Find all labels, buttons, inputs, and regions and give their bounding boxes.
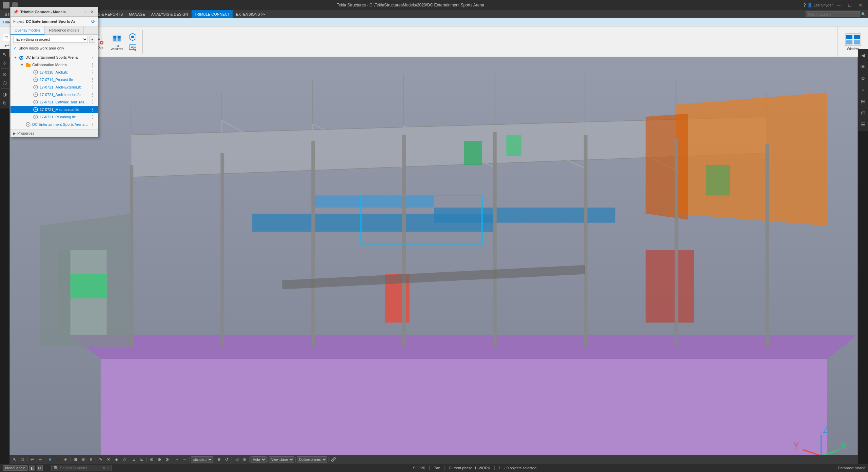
tree-expander-root[interactable]: ▼ (13, 56, 17, 59)
grid-btn-1[interactable]: ⊞ (72, 456, 79, 463)
tool-d[interactable]: ◇ (120, 456, 128, 463)
color-btn-dark[interactable]: ■ (54, 456, 61, 463)
tree-item-plumbing[interactable]: ▶ 17-0721_Plumbing.ifc ⋮ (11, 113, 98, 121)
tool-a[interactable]: ✎ (97, 456, 104, 463)
tree-menu-precast[interactable]: ⋮ (90, 77, 95, 82)
tree-item-root[interactable]: ▼ DC Entertainment Sports Arena ⋮ (11, 54, 98, 61)
settings-btn[interactable]: ⚙ (859, 74, 867, 83)
render-mode-select[interactable]: standard (191, 456, 213, 463)
maximize-button[interactable]: □ (845, 2, 854, 8)
panel-maximize-btn[interactable]: □ (81, 9, 87, 15)
search-clear-icon[interactable]: ✕ (102, 466, 105, 470)
tree-menu-plumbing[interactable]: ⋮ (90, 115, 95, 119)
color-btn-gray[interactable]: ■ (62, 456, 69, 463)
color-btn-blue[interactable]: ■ (46, 456, 54, 463)
tree-item-arch[interactable]: ▶ 17-0318_Arch.ifc ⋮ (11, 68, 98, 76)
model-origin-btn[interactable]: Model origin (3, 465, 28, 471)
minimize-button[interactable]: ─ (834, 2, 844, 8)
grid-btn-3[interactable]: ≡ (87, 456, 95, 463)
properties-section[interactable]: ▶ Properties (11, 130, 98, 137)
tree-menu-arch-int[interactable]: ⋮ (90, 92, 95, 97)
quick-launch-input[interactable] (806, 11, 860, 17)
close-button[interactable]: ✕ (856, 2, 865, 8)
ribbon-extra-1[interactable] (126, 32, 139, 41)
panel-minimize-btn[interactable]: ─ (73, 9, 79, 15)
select-tool[interactable]: ↖ (1, 50, 9, 58)
tool-f[interactable]: ⊾ (138, 456, 145, 463)
tree-menu-tekla[interactable]: ⋮ (90, 122, 95, 127)
rotate-tool[interactable]: ↻ (1, 99, 9, 107)
link-btn[interactable]: 🔗 (330, 456, 337, 463)
btm-tool-1[interactable]: □ (19, 456, 26, 463)
user-icon[interactable]: 👤 (807, 3, 812, 7)
quick-launch-search-icon[interactable]: 🔍 (861, 12, 866, 17)
search-filter-icon[interactable]: ≡ (107, 466, 109, 470)
undo-btn[interactable]: ↩ (28, 456, 36, 463)
tree-item-catwalk[interactable]: ▶ 17-0721_Catwalk_and_railings.ifc ⋮ Sho… (11, 98, 98, 106)
new-button[interactable]: □ (3, 34, 10, 41)
auto-select[interactable]: Auto (251, 456, 267, 463)
viewport[interactable]: X Y Z (9, 57, 858, 455)
undo-button[interactable]: ↩ (3, 42, 10, 50)
arrow-right[interactable]: → (173, 456, 181, 463)
tree-item-precast[interactable]: ▶ 17-0714_Precast.ifc ⋮ (11, 76, 98, 83)
filter-dropdown[interactable]: Everything in project (13, 36, 88, 43)
tree-menu-root[interactable]: ⋮ (90, 55, 95, 60)
menu-trimble-connect[interactable]: TRIMBLE CONNECT (192, 10, 233, 18)
filter-btn[interactable]: ≡ (859, 85, 867, 94)
tab-overlay-models[interactable]: Overlay models (11, 26, 45, 35)
extra-2[interactable]: ⊘ (241, 456, 248, 463)
collapse-panel-btn[interactable]: ◀ (859, 51, 867, 60)
tree-item-collab[interactable]: ▼ Collaboration Models ⋮ (11, 61, 98, 68)
ribbon-extra-2[interactable] (126, 42, 139, 52)
tree-menu-arch-ext[interactable]: ⋮ (90, 85, 95, 90)
model-origin-icon-1[interactable]: ◧ (29, 465, 35, 471)
tree-expander-collab[interactable]: ▼ (20, 63, 24, 67)
panel-pin-icon[interactable]: 📌 (13, 9, 18, 14)
compass-btn[interactable]: ⊚ (215, 456, 223, 463)
grid-btn-2[interactable]: ⊟ (79, 456, 87, 463)
extra-1[interactable]: ◁ (233, 456, 240, 463)
snap-tool[interactable]: ⊙ (1, 70, 9, 78)
help-icon[interactable]: ? (803, 2, 806, 8)
layers-btn[interactable]: ⊞ (859, 97, 867, 106)
pointer-tool[interactable]: ⊹ (1, 59, 9, 67)
tree-menu-collab[interactable]: ⋮ (90, 62, 95, 67)
tree-item-mechanical[interactable]: ▶ 17-0721_Mechanical.ifc ⋮ (11, 106, 98, 113)
search-input-status[interactable] (60, 466, 101, 470)
tree-menu-catwalk[interactable]: ⋮ (90, 100, 95, 104)
orbit-btn[interactable]: ↺ (223, 456, 231, 463)
tool-e[interactable]: ⊿ (130, 456, 138, 463)
ribbon-for-windows[interactable]: For Windows (108, 32, 126, 52)
tool-c[interactable]: ◈ (113, 456, 120, 463)
tree-item-arch-int[interactable]: ▶ 17-0721_Arch-Interior.ifc ⋮ (11, 91, 98, 98)
visibility-btn[interactable]: 👁 (859, 62, 867, 71)
select-btn[interactable]: ↖ (11, 456, 18, 463)
show-inside-checkmark[interactable]: ✓ (13, 46, 17, 51)
measure-tool[interactable]: ⬡ (1, 79, 9, 87)
tree-menu-arch[interactable]: ⋮ (90, 70, 95, 75)
view-plane-select[interactable]: View plane (269, 456, 294, 463)
tool-b[interactable]: ✕ (105, 456, 112, 463)
measure-snap-2[interactable]: ⊕ (156, 456, 163, 463)
view-tool[interactable]: ◑ (1, 90, 9, 98)
model-origin-icon-2[interactable]: ⊡ (37, 465, 43, 471)
refresh-button[interactable]: ⟳ (91, 19, 95, 24)
tree-item-arch-ext[interactable]: ▶ 17-0721_Arch-Exterior.ifc ⋮ (11, 83, 98, 91)
outline-planes-select[interactable]: Outline planes (297, 456, 327, 463)
menu-analysis[interactable]: ANALYSIS & DESIGN (149, 10, 191, 18)
menu-extensions[interactable]: EXTENSIONS ≫ (233, 10, 268, 18)
tree-menu-mechanical[interactable]: ⋮ (90, 107, 95, 112)
search-box[interactable]: 🔍 ✕ ≡ (51, 465, 112, 471)
measure-snap-3[interactable]: ⊗ (163, 456, 171, 463)
filter-dropdown-btn[interactable]: ▼ (89, 36, 95, 43)
list-btn[interactable]: ☰ (859, 120, 867, 129)
panel-close-btn[interactable]: ✕ (89, 9, 95, 15)
tags-btn[interactable]: 🏷 (859, 109, 867, 117)
arrow-left[interactable]: ← (181, 456, 189, 463)
tab-reference-models[interactable]: Reference models (45, 26, 83, 34)
menu-manage[interactable]: MANAGE (126, 10, 148, 18)
tree-item-tekla[interactable]: ▶ DC Entertainment Sports Arena.tekla ⋮ (11, 121, 98, 128)
redo-btn[interactable]: ↪ (36, 456, 44, 463)
measure-snap-1[interactable]: ⊙ (148, 456, 155, 463)
